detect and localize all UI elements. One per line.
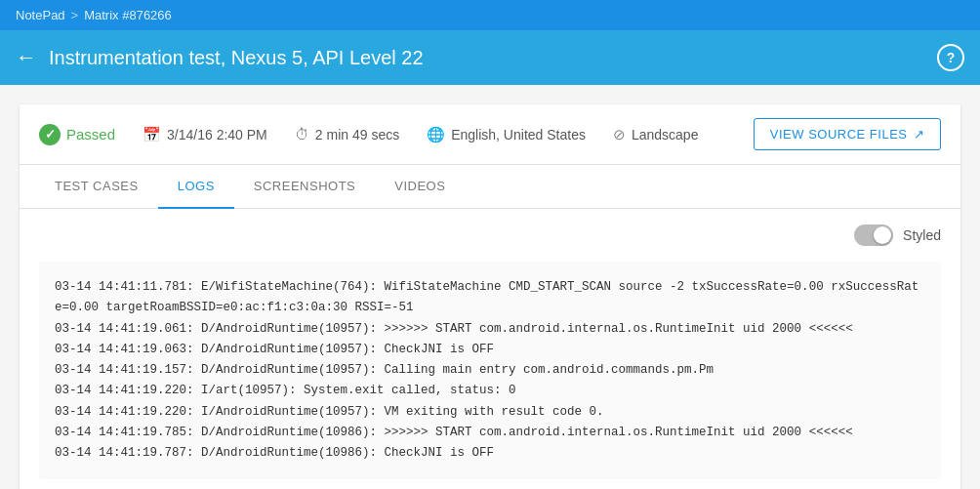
nav-matrix-link[interactable]: Matrix #876266	[84, 8, 172, 22]
view-source-button[interactable]: VIEW SOURCE FILES ↗	[754, 118, 941, 150]
tab-screenshots[interactable]: SCREENSHOTS	[234, 165, 375, 209]
main-card: ✓ Passed 📅 3/14/16 2:40 PM ⏱ 2 min 49 se…	[20, 104, 960, 489]
log-line: 03-14 14:41:19.157: D/AndroidRuntime(109…	[55, 360, 925, 381]
duration-value: 2 min 49 secs	[315, 127, 399, 143]
status-orientation: ⊘ Landscape	[613, 126, 699, 143]
status-duration: ⏱ 2 min 49 secs	[295, 126, 399, 143]
date-value: 3/14/16 2:40 PM	[167, 127, 267, 143]
view-source-label: VIEW SOURCE FILES	[770, 127, 908, 142]
status-date: 📅 3/14/16 2:40 PM	[143, 126, 267, 143]
page-title: Instrumentation test, Nexus 5, API Level…	[49, 47, 424, 69]
log-line: 03-14 14:41:19.063: D/AndroidRuntime(109…	[55, 340, 925, 360]
orientation-value: Landscape	[632, 127, 699, 143]
top-navigation: NotePad > Matrix #876266	[0, 0, 980, 30]
passed-label: Passed	[66, 126, 115, 143]
status-bar: ✓ Passed 📅 3/14/16 2:40 PM ⏱ 2 min 49 se…	[20, 104, 960, 165]
help-button[interactable]: ?	[937, 44, 964, 71]
check-circle-icon: ✓	[39, 124, 61, 145]
header-bar: ← Instrumentation test, Nexus 5, API Lev…	[0, 30, 980, 85]
tab-test-cases[interactable]: TEST CASES	[35, 165, 158, 209]
log-line: 03-14 14:41:19.220: I/AndroidRuntime(109…	[55, 402, 925, 423]
tab-logs[interactable]: LOGS	[158, 165, 234, 209]
external-link-icon: ↗	[914, 127, 925, 142]
locale-value: English, United States	[451, 127, 586, 143]
globe-icon: 🌐	[427, 126, 445, 143]
log-area: Styled 03-14 14:41:11.781: E/WifiStateMa…	[20, 209, 960, 489]
status-locale: 🌐 English, United States	[427, 126, 586, 143]
tab-videos[interactable]: VIDEOS	[375, 165, 465, 209]
log-line: 03-14 14:41:19.220: I/art(10957): System…	[55, 381, 925, 401]
status-passed: ✓ Passed	[39, 124, 115, 145]
log-line: 03-14 14:41:11.781: E/WifiStateMachine(7…	[55, 277, 925, 319]
log-line: 03-14 14:41:19.785: D/AndroidRuntime(109…	[55, 423, 925, 443]
log-line: 03-14 14:41:19.787: D/AndroidRuntime(109…	[55, 443, 925, 464]
back-button[interactable]: ←	[16, 47, 37, 68]
styled-label: Styled	[903, 227, 941, 243]
styled-toggle[interactable]	[854, 224, 893, 246]
calendar-icon: 📅	[143, 126, 161, 143]
log-controls: Styled	[39, 224, 941, 246]
nav-separator: >	[71, 8, 79, 22]
tabs-bar: TEST CASES LOGS SCREENSHOTS VIDEOS	[20, 165, 960, 209]
log-line: 03-14 14:41:19.061: D/AndroidRuntime(109…	[55, 319, 925, 340]
orientation-icon: ⊘	[613, 126, 626, 143]
clock-icon: ⏱	[295, 126, 309, 143]
nav-app-link[interactable]: NotePad	[16, 8, 65, 22]
header-left: ← Instrumentation test, Nexus 5, API Lev…	[16, 47, 424, 69]
log-content: 03-14 14:41:11.781: E/WifiStateMachine(7…	[39, 262, 941, 479]
